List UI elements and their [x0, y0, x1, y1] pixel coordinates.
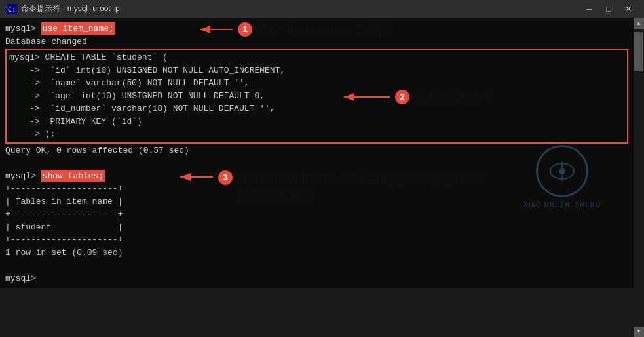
terminal-line-1: mysql> use item_name; — [5, 22, 628, 35]
terminal-line-16: +---------------------+ — [5, 233, 628, 247]
terminal[interactable]: mysql> use item_name; Database changed m… — [0, 18, 634, 288]
terminal-blank-2 — [5, 259, 628, 272]
close-button[interactable]: ✕ — [619, 3, 637, 16]
scroll-down-arrow[interactable]: ▼ — [634, 327, 644, 337]
output-15: | student | — [5, 221, 123, 234]
cmd-1: use item_name; — [41, 22, 115, 35]
terminal-line-7: -> `id_number` varchar(18) NOT NULL DEFA… — [9, 102, 624, 115]
cmd-icon: C: — [7, 4, 17, 14]
output-16: +---------------------+ — [5, 233, 123, 247]
terminal-line-4: -> `id` int(10) UNSIGNED NOT NULL AUTO_I… — [9, 64, 624, 77]
scrollbar-track[interactable] — [634, 29, 644, 327]
cmd-6: -> `age` int(10) UNSIGNED NOT NULL DEFAU… — [9, 90, 265, 103]
titlebar: C: 命令提示符 - mysql -uroot -p ─ □ ✕ — [0, 0, 644, 18]
titlebar-controls: ─ □ ✕ — [580, 3, 637, 16]
terminal-line-14: +---------------------+ — [5, 208, 628, 221]
output-17: 1 row in set (0.09 sec) — [5, 247, 123, 260]
terminal-line-13: | Tables_in_item_name | — [5, 195, 628, 208]
main-container: mysql> use item_name; Database changed m… — [0, 18, 644, 337]
terminal-blank-1 — [5, 157, 628, 170]
terminal-line-2: Database changed — [5, 35, 628, 49]
terminal-line-17: 1 row in set (0.09 sec) — [5, 247, 628, 260]
cmd-4: -> `id` int(10) UNSIGNED NOT NULL AUTO_I… — [9, 64, 285, 77]
terminal-line-6: -> `age` int(10) UNSIGNED NOT NULL DEFAU… — [9, 90, 624, 103]
output-12: +---------------------+ — [5, 182, 123, 195]
output-2: Database changed — [5, 35, 87, 49]
terminal-line-12: +---------------------+ — [5, 182, 628, 195]
terminal-line-18: mysql> — [5, 272, 628, 285]
cmd-7: -> `id_number` varchar(18) NOT NULL DEFA… — [9, 102, 275, 115]
cmd-3: CREATE TABLE `student` ( — [45, 51, 168, 64]
terminal-line-9: -> ); — [9, 128, 624, 141]
terminal-line-15: | student | — [5, 221, 628, 234]
prompt-3: mysql> — [9, 51, 45, 64]
terminal-line-5: -> `name` varchar(50) NOT NULL DEFAULT '… — [9, 77, 624, 90]
terminal-line-10: Query OK, 0 rows affected (0.57 sec) — [5, 144, 628, 157]
titlebar-title: 命令提示符 - mysql -uroot -p — [21, 3, 580, 14]
terminal-line-8: -> PRIMARY KEY (`id`) — [9, 115, 624, 129]
output-13: | Tables_in_item_name | — [5, 195, 123, 208]
cmd-9: -> ); — [9, 128, 55, 141]
create-block: mysql> CREATE TABLE `student` ( -> `id` … — [5, 49, 628, 144]
cmd-11: show tables; — [41, 170, 105, 183]
scrollbar-thumb[interactable] — [634, 32, 643, 71]
final-prompt: mysql> — [5, 272, 41, 285]
terminal-line-11: mysql> show tables; — [5, 170, 628, 183]
output-10: Query OK, 0 rows affected (0.57 sec) — [5, 144, 189, 157]
cmd-8: -> PRIMARY KEY (`id`) — [9, 115, 142, 129]
terminal-line-3: mysql> CREATE TABLE `student` ( — [9, 51, 624, 64]
output-14: +---------------------+ — [5, 208, 123, 221]
scrollbar[interactable]: ▲ ▼ — [634, 18, 644, 337]
prompt-1: mysql> — [5, 22, 41, 35]
minimize-button[interactable]: ─ — [580, 3, 598, 16]
cmd-5: -> `name` varchar(50) NOT NULL DEFAULT '… — [9, 77, 250, 90]
prompt-11: mysql> — [5, 170, 41, 183]
terminal-wrapper: mysql> use item_name; Database changed m… — [0, 18, 634, 337]
create-highlight-box: mysql> CREATE TABLE `student` ( -> `id` … — [5, 49, 628, 144]
scroll-up-arrow[interactable]: ▲ — [634, 18, 644, 29]
svg-text:C:: C: — [8, 6, 16, 13]
maximize-button[interactable]: □ — [599, 3, 618, 16]
